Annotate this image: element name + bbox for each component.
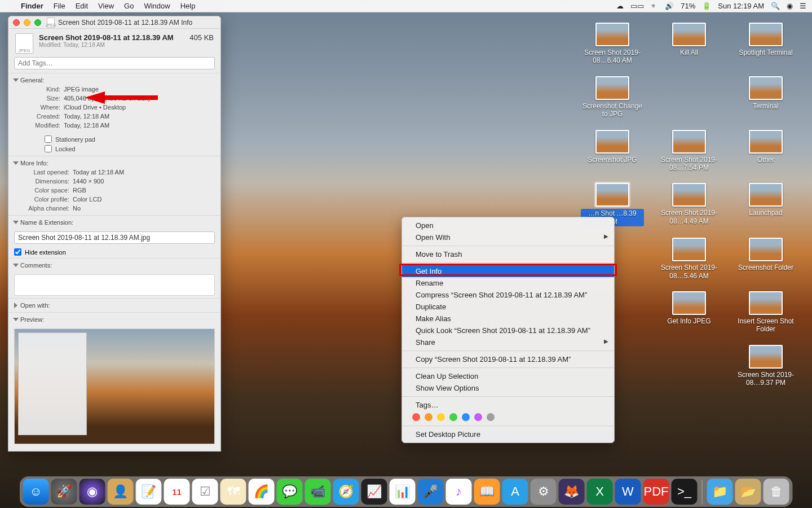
dock-facetime-icon[interactable]: 📹 [305, 479, 331, 505]
menu-quick-look[interactable]: Quick Look “Screen Shot 2019-08-11 at 12… [402, 325, 614, 336]
dock-firefox-icon[interactable]: 🦊 [559, 479, 585, 505]
volume-icon[interactable]: 🔊 [665, 2, 674, 10]
close-button[interactable] [13, 19, 20, 26]
desktop-icon[interactable]: Insert Screen Shot Folder [732, 291, 800, 334]
dock-safari-icon[interactable]: 🧭 [333, 479, 359, 505]
menu-edit[interactable]: Edit [70, 2, 93, 10]
notification-center-icon[interactable]: ☰ [800, 2, 806, 10]
dock-preferences-icon[interactable]: ⚙︎ [531, 479, 557, 505]
spotlight-icon[interactable]: 🔍 [771, 2, 780, 10]
menu-compress[interactable]: Compress “Screen Shot 2019-08-11 at 12.1… [402, 289, 614, 301]
dock-maps-icon[interactable]: 🗺 [220, 479, 246, 505]
menu-open[interactable]: Open [402, 220, 614, 231]
tag-color-dot[interactable] [462, 413, 470, 421]
menu-make-alias[interactable]: Make Alias [402, 313, 614, 325]
desktop-icon[interactable]: Screen Shot 2019-08…5.46 AM [655, 238, 723, 280]
desktop-icon[interactable]: Terminal [732, 76, 800, 119]
dock-keynote-icon[interactable]: 🎤 [418, 479, 444, 505]
tag-color-dot[interactable] [449, 413, 457, 421]
dock-stocks-icon[interactable]: 📈 [361, 479, 387, 505]
menu-set-desktop[interactable]: Set Desktop Picture [402, 428, 614, 440]
locked-checkbox[interactable] [45, 145, 52, 152]
dock-notes-icon[interactable]: 📝 [136, 479, 162, 505]
tags-input[interactable] [14, 57, 215, 69]
dock-downloads-icon[interactable]: 📁 [707, 479, 733, 505]
menu-go[interactable]: Go [119, 2, 139, 10]
file-thumbnail-icon [749, 183, 783, 207]
dock-contacts-icon[interactable]: 👤 [108, 479, 134, 505]
tag-color-dot[interactable] [412, 413, 420, 421]
name-extension-input[interactable] [14, 231, 215, 244]
wifi-icon[interactable]: ᯤ [651, 2, 658, 10]
desktop-icon[interactable]: Screen Shot 2019-08…7.54 PM [655, 130, 723, 172]
dock-photos-icon[interactable]: 🌈 [249, 479, 275, 505]
tag-color-dot[interactable] [487, 413, 495, 421]
desktop-icon[interactable]: Screenshot Change to JPG [579, 76, 646, 119]
desktop-icon[interactable]: Screen Shot 2019-08…4.49 AM [655, 183, 723, 226]
section-preview[interactable]: Preview: [14, 315, 215, 324]
desktop-icon[interactable]: Kill All [655, 23, 723, 65]
menu-copy[interactable]: Copy “Screen Shot 2019-08-11 at 12.18.39… [402, 353, 614, 365]
value-created: Today, 12:18 AM [64, 113, 109, 120]
tag-color-dot[interactable] [437, 413, 445, 421]
stationery-checkbox[interactable] [45, 135, 52, 143]
menu-window[interactable]: Window [139, 2, 175, 10]
dock-calendar-icon[interactable]: 11 [164, 479, 190, 505]
dock-launchpad-icon[interactable]: 🚀 [51, 479, 77, 505]
desktop-icon[interactable]: Spotlight Terminal [732, 23, 800, 65]
dock-numbers-icon[interactable]: 📊 [390, 479, 416, 505]
dock-folder-icon[interactable]: 📂 [735, 479, 761, 505]
desktop-icon[interactable]: Screen Shot 2019-08…9.37 PM [732, 345, 800, 387]
dock-messages-icon[interactable]: 💬 [277, 479, 303, 505]
menu-clean-up[interactable]: Clean Up Selection [402, 370, 614, 382]
section-comments[interactable]: Comments: [14, 261, 215, 270]
dock-itunes-icon[interactable]: ♪ [446, 479, 472, 505]
tag-color-dot[interactable] [474, 413, 482, 421]
menu-share[interactable]: Share [402, 336, 614, 348]
dock-trash-icon[interactable]: 🗑 [764, 479, 789, 505]
dock-reminders-icon[interactable]: ☑︎ [192, 479, 218, 505]
tag-color-dot[interactable] [425, 413, 433, 421]
dock-siri-icon[interactable]: ◉ [80, 479, 105, 505]
icloud-upload-icon[interactable]: ☁︎ [616, 2, 624, 10]
minimize-button[interactable] [24, 19, 30, 26]
dock[interactable]: ☺ 🚀 ◉ 👤 📝 11 ☑︎ 🗺 🌈 💬 📹 🧭 📈 📊 🎤 ♪ 📖 A ⚙︎… [20, 476, 793, 507]
menu-bar[interactable]: Finder File Edit View Go Window Help ☁︎ … [0, 0, 812, 12]
section-more-info[interactable]: More Info: [14, 159, 215, 168]
menu-open-with[interactable]: Open With [402, 231, 614, 243]
dock-word-icon[interactable]: W [615, 479, 641, 505]
menu-file[interactable]: File [48, 2, 70, 10]
menu-get-info[interactable]: Get Info [402, 265, 614, 277]
menu-view-options[interactable]: Show View Options [402, 382, 614, 394]
dock-books-icon[interactable]: 📖 [474, 479, 500, 505]
menu-app[interactable]: Finder [16, 2, 48, 10]
dock-appstore-icon[interactable]: A [502, 479, 528, 505]
battery-icon[interactable]: 🔋 [702, 2, 711, 10]
comments-textarea[interactable] [14, 274, 215, 296]
menu-rename[interactable]: Rename [402, 277, 614, 289]
desktop-icon[interactable]: Screen Shot 2019-08…6.40 AM [579, 23, 646, 65]
zoom-button[interactable] [34, 19, 41, 26]
desktop-icon[interactable]: Screenshot JPG [579, 130, 646, 172]
menu-duplicate[interactable]: Duplicate [402, 301, 614, 313]
section-name-ext[interactable]: Name & Extension: [14, 218, 215, 227]
desktop-icon[interactable]: Launchpad [732, 183, 800, 226]
window-titlebar[interactable]: JPEGScreen Shot 2019-08-11 at 12.18.39 A… [8, 16, 220, 29]
display-icon[interactable]: ▭▭ [630, 2, 644, 10]
menu-help[interactable]: Help [175, 2, 201, 10]
dock-pdf-icon[interactable]: PDF [643, 479, 669, 505]
menu-move-trash[interactable]: Move to Trash [402, 248, 614, 260]
desktop-icon[interactable]: Get Info JPEG [655, 291, 723, 334]
desktop-icon[interactable]: Screenshot Folder [732, 238, 800, 280]
menu-tags[interactable]: Tags… [402, 399, 614, 411]
dock-terminal-icon[interactable]: >_ [672, 479, 698, 505]
siri-icon[interactable]: ◉ [787, 2, 793, 10]
hide-extension-checkbox[interactable] [14, 248, 21, 256]
section-open-with[interactable]: Open with: [14, 301, 215, 310]
section-general[interactable]: General: [14, 76, 215, 85]
clock[interactable]: Sun 12:19 AM [718, 2, 764, 10]
dock-excel-icon[interactable]: X [587, 479, 613, 505]
menu-view[interactable]: View [93, 2, 119, 10]
dock-finder-icon[interactable]: ☺ [23, 479, 49, 505]
desktop-icon[interactable]: Other [732, 130, 800, 172]
